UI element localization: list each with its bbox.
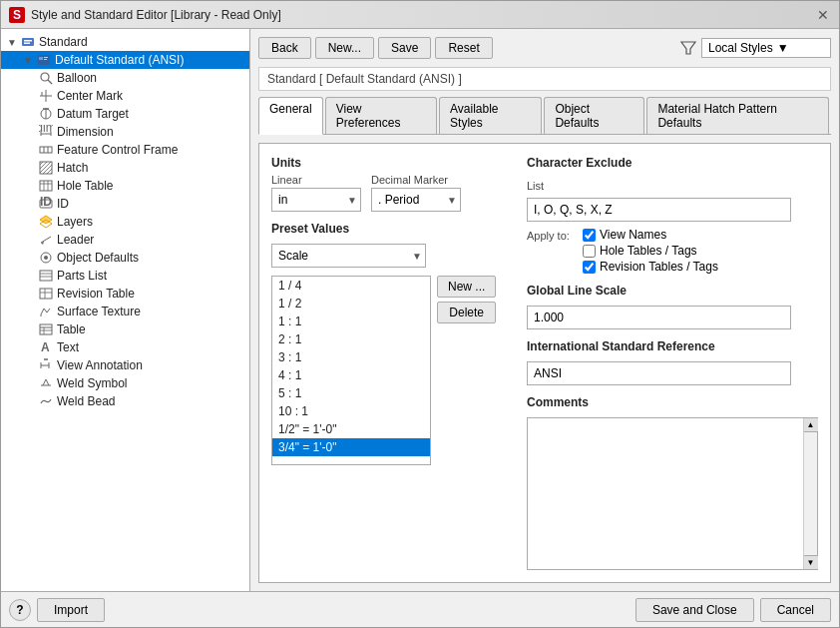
- intl-std-ref-section: International Standard Reference: [527, 339, 818, 385]
- layers-icon: [37, 215, 55, 229]
- tree-container: ▼ Standard ▼ Default Standard (ANSI): [1, 29, 249, 591]
- tree-parts-list[interactable]: Parts List: [1, 267, 249, 285]
- tree-view-annotation[interactable]: View Annotation: [1, 356, 249, 374]
- linear-select[interactable]: in mm: [271, 188, 361, 212]
- units-label: Units: [271, 156, 511, 170]
- global-line-scale-input[interactable]: [527, 306, 791, 329]
- decimal-marker-select[interactable]: . Period , Comma: [371, 188, 461, 212]
- tree-datum-target[interactable]: Datum Target: [1, 105, 249, 123]
- tree-feature-control-frame[interactable]: Feature Control Frame: [1, 141, 249, 159]
- preset-buttons: New ... Delete: [437, 276, 496, 465]
- comments-textarea[interactable]: [528, 418, 803, 569]
- datum-target-label: Datum Target: [57, 107, 129, 121]
- svg-rect-43: [40, 271, 52, 281]
- tab-general[interactable]: General: [258, 97, 323, 135]
- scroll-up[interactable]: ▲: [804, 418, 818, 432]
- new-preset-button[interactable]: New ...: [437, 276, 496, 298]
- help-button[interactable]: ?: [9, 599, 31, 621]
- list-input[interactable]: [527, 198, 791, 222]
- surface-texture-icon: [37, 305, 55, 318]
- expand-icon2[interactable]: ▼: [21, 55, 35, 66]
- tree-text[interactable]: A Text: [1, 338, 249, 356]
- datum-target-icon: [37, 107, 55, 121]
- tree-surface-texture[interactable]: Surface Texture: [1, 303, 249, 320]
- tree-weld-bead[interactable]: Weld Bead: [1, 392, 249, 410]
- expand-icon[interactable]: ▼: [5, 37, 19, 48]
- intl-std-ref-input[interactable]: [527, 361, 791, 385]
- revision-table-label: Revision Table: [57, 287, 135, 301]
- tree-id[interactable]: ID ID: [1, 195, 249, 213]
- tree-dimension[interactable]: dim Dimension: [1, 123, 249, 141]
- preset-item[interactable]: 1 / 2: [272, 295, 430, 313]
- apply-to-label: Apply to:: [527, 228, 579, 242]
- scroll-down[interactable]: ▼: [804, 555, 818, 569]
- preset-item[interactable]: 1 / 4: [272, 277, 430, 295]
- back-button[interactable]: Back: [258, 37, 311, 59]
- tree-center-mark[interactable]: Center Mark: [1, 87, 249, 105]
- preset-item[interactable]: 4 : 1: [272, 366, 430, 384]
- preset-item[interactable]: 10 : 1: [272, 402, 430, 420]
- view-names-checkbox[interactable]: [583, 229, 596, 242]
- import-button[interactable]: Import: [37, 598, 105, 622]
- tab-material-hatch[interactable]: Material Hatch Pattern Defaults: [646, 97, 829, 134]
- right-panel: Back New... Save Reset Local Styles ▼ St…: [250, 29, 839, 591]
- new-button[interactable]: New...: [315, 37, 374, 59]
- svg-rect-7: [44, 57, 48, 58]
- text-icon: A: [37, 340, 55, 354]
- svg-rect-6: [39, 57, 43, 60]
- preset-item[interactable]: 5 : 1: [272, 384, 430, 402]
- tab-view-preferences[interactable]: View Preferences: [325, 97, 437, 134]
- preset-item[interactable]: 2 : 1: [272, 330, 430, 348]
- tree-root-standard[interactable]: ▼ Standard: [1, 33, 249, 51]
- tree-balloon[interactable]: Balloon: [1, 69, 249, 87]
- footer: ? Import Save and Close Cancel: [1, 591, 839, 627]
- reset-button[interactable]: Reset: [435, 37, 492, 59]
- units-field-row: Linear in mm ▼ Decimal M: [271, 174, 511, 212]
- tree-hatch[interactable]: Hatch: [1, 159, 249, 177]
- tree-object-defaults[interactable]: Object Defaults: [1, 249, 249, 267]
- tree-table[interactable]: Table: [1, 320, 249, 338]
- save-and-close-button[interactable]: Save and Close: [635, 598, 754, 622]
- tab-available-styles[interactable]: Available Styles: [439, 97, 542, 134]
- window-title: Style and Standard Editor [Library - Rea…: [31, 8, 281, 22]
- preset-item-selected[interactable]: 3/4" = 1'-0": [272, 438, 430, 456]
- tree-hole-table[interactable]: Hole Table: [1, 177, 249, 195]
- svg-marker-60: [681, 42, 695, 54]
- preset-item[interactable]: 3 : 1: [272, 348, 430, 366]
- revision-tables-checkbox[interactable]: [583, 261, 596, 274]
- tree-leader[interactable]: Leader: [1, 231, 249, 249]
- preset-item[interactable]: 1/2" = 1'-0": [272, 420, 430, 438]
- id-icon: ID: [37, 197, 55, 211]
- scale-select[interactable]: Scale: [271, 244, 426, 268]
- tree-revision-table[interactable]: Revision Table: [1, 285, 249, 303]
- comments-section: Comments ▲ ▼: [527, 395, 818, 570]
- svg-rect-46: [40, 289, 52, 299]
- tree-default-standard[interactable]: ▼ Default Standard (ANSI): [1, 51, 249, 69]
- preset-item[interactable]: 1 : 1: [272, 313, 430, 330]
- svg-rect-21: [40, 147, 52, 153]
- balloon-icon: [37, 71, 55, 85]
- center-mark-icon: [37, 89, 55, 103]
- tree-weld-symbol[interactable]: Weld Symbol: [1, 374, 249, 392]
- list-label: List: [527, 180, 818, 192]
- weld-bead-label: Weld Bead: [57, 394, 115, 408]
- preset-list-area: 1 / 4 1 / 2 1 : 1 2 : 1 3 : 1 4 : 1 5 : …: [271, 276, 511, 465]
- tree-layers[interactable]: Layers: [1, 213, 249, 231]
- hole-tables-checkbox[interactable]: [583, 245, 596, 258]
- linear-label: Linear: [271, 174, 361, 186]
- save-button[interactable]: Save: [378, 37, 431, 59]
- cancel-button[interactable]: Cancel: [760, 598, 831, 622]
- close-button[interactable]: ✕: [815, 7, 831, 23]
- footer-left: ? Import: [9, 598, 105, 622]
- svg-rect-4: [24, 43, 30, 45]
- hole-tables-label: Hole Tables / Tags: [600, 244, 697, 258]
- scale-select-wrapper: Scale ▼: [271, 244, 426, 268]
- revision-tables-label: Revision Tables / Tags: [600, 260, 718, 274]
- tab-object-defaults[interactable]: Object Defaults: [544, 97, 644, 134]
- hatch-icon: [37, 161, 55, 175]
- app-icon: S: [9, 7, 25, 23]
- dimension-label: Dimension: [57, 125, 114, 139]
- view-annotation-icon: [37, 358, 55, 372]
- local-styles-dropdown[interactable]: Local Styles ▼: [701, 38, 831, 58]
- delete-preset-button[interactable]: Delete: [437, 302, 496, 323]
